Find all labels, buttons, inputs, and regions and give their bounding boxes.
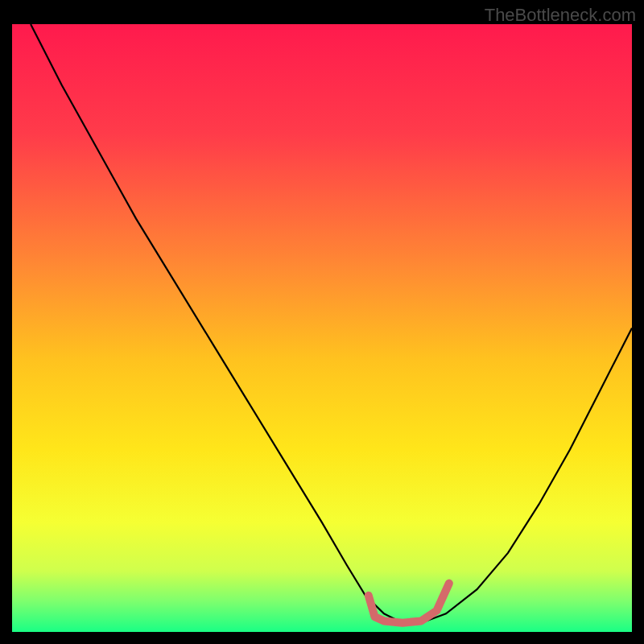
chart-container: TheBottleneck.com bbox=[0, 0, 644, 644]
watermark-text: TheBottleneck.com bbox=[485, 5, 636, 26]
chart-svg bbox=[12, 24, 632, 632]
plot-area bbox=[12, 24, 632, 632]
gradient-background bbox=[12, 24, 632, 632]
